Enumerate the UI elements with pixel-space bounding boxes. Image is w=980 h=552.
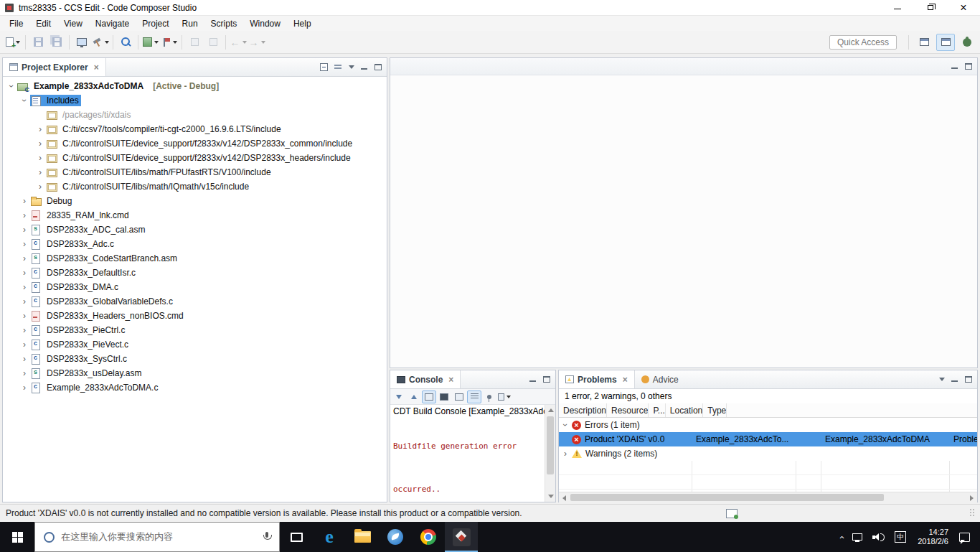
tree-item-include-path[interactable]: C:/ti/controlSUITE/device_support/f2833x… [3, 151, 387, 165]
chevron-right-icon[interactable] [19, 325, 30, 335]
tree-item-file[interactable]: DSP2833x_Headers_nonBIOS.cmd [3, 309, 387, 323]
ccs-edit-perspective-button[interactable] [936, 34, 955, 51]
chevron-right-icon[interactable] [19, 196, 30, 206]
chrome-app-button[interactable] [412, 522, 445, 552]
microphone-icon[interactable] [263, 532, 270, 542]
quick-access-button[interactable]: Quick Access [829, 35, 897, 50]
scrollbar-thumb[interactable] [547, 416, 554, 474]
chevron-expanded-icon[interactable] [19, 95, 29, 106]
tree-item-file[interactable]: DSP2833x_GlobalVariableDefs.c [3, 294, 387, 309]
back-button[interactable]: ← [230, 34, 247, 51]
maximize-panel-icon[interactable] [965, 376, 972, 383]
scroll-to-top-button[interactable] [407, 390, 421, 403]
maximize-editor-icon[interactable] [965, 63, 972, 70]
build-button[interactable] [92, 34, 109, 51]
tree-item-file[interactable]: DSP2833x_CodeStartBranch.asm [3, 251, 387, 266]
menu-item[interactable]: Run [176, 17, 204, 30]
resize-grip[interactable] [970, 509, 974, 518]
problems-column-header[interactable]: Type [703, 403, 727, 417]
tree-item-file[interactable]: 28335_RAM_lnk.cmd [3, 208, 387, 223]
menu-item[interactable]: File [3, 17, 29, 30]
file-explorer-button[interactable] [346, 522, 379, 552]
hidden-icons-button[interactable] [834, 522, 847, 552]
clear-console-button[interactable] [437, 390, 451, 403]
show-on-output-button[interactable] [422, 390, 436, 403]
save-button[interactable] [29, 34, 47, 51]
view-menu-icon[interactable] [939, 378, 945, 381]
tree-item-include-path[interactable]: C:/ti/controlSUITE/libs/math/IQmath/v15c… [3, 179, 387, 194]
scroll-right-arrow[interactable] [966, 492, 977, 502]
tab-close-icon[interactable] [94, 63, 99, 72]
problems-error-row[interactable]: Product 'XDAIS' v0.0 Example_2833xAdcTo.… [559, 432, 977, 446]
tree-item-file[interactable]: DSP2833x_SysCtrl.c [3, 352, 387, 366]
problems-errors-group-row[interactable]: Errors (1 item) [559, 418, 977, 432]
new-target-config-button[interactable] [142, 34, 159, 51]
minimize-panel-icon[interactable] [529, 376, 537, 383]
close-button[interactable] [947, 0, 980, 16]
tree-item-file[interactable]: DSP2833x_DMA.c [3, 280, 387, 294]
start-button[interactable] [0, 522, 34, 552]
chevron-right-icon[interactable] [19, 210, 30, 220]
network-tray-button[interactable] [847, 522, 867, 552]
minimize-panel-icon[interactable] [951, 376, 958, 383]
tab-problems[interactable]: Problems [559, 370, 635, 388]
menu-item[interactable]: Edit [29, 17, 57, 30]
minimize-editor-icon[interactable] [951, 63, 958, 70]
new-file-button[interactable] [4, 34, 22, 51]
tree-item-include-path[interactable]: C:/ti/controlSUITE/libs/math/FPUfastRTS/… [3, 165, 387, 179]
tree-item-file[interactable]: DSP2833x_Adc.c [3, 237, 387, 251]
chevron-right-icon[interactable] [34, 167, 46, 177]
action-center-icon[interactable] [959, 533, 970, 542]
chevron-right-icon[interactable] [19, 311, 30, 321]
chevron-right-icon[interactable] [34, 139, 46, 149]
minimize-button[interactable] [881, 0, 914, 16]
tab-advice[interactable]: Advice [635, 370, 685, 388]
problems-horizontal-scrollbar[interactable] [559, 492, 977, 502]
chevron-right-icon[interactable] [19, 296, 30, 307]
problems-warnings-group-row[interactable]: Warnings (2 items) [559, 446, 977, 461]
tab-close-icon[interactable] [448, 375, 453, 384]
tab-close-icon[interactable] [623, 375, 628, 384]
launch-flag-button[interactable] [161, 34, 178, 51]
chevron-right-icon[interactable] [19, 354, 30, 364]
menu-item[interactable]: Help [287, 17, 318, 30]
chevron-expanded-icon[interactable] [6, 80, 17, 92]
menu-item[interactable]: Project [136, 17, 175, 30]
tab-project-explorer[interactable]: Project Explorer [3, 58, 106, 76]
open-console-button[interactable] [497, 390, 512, 403]
view-console-button[interactable] [73, 34, 90, 51]
link-with-editor-icon[interactable] [334, 63, 342, 71]
status-indicator-icon[interactable] [726, 509, 738, 518]
collapse-all-icon[interactable] [320, 63, 328, 71]
menu-item[interactable]: Window [243, 17, 287, 30]
menu-item[interactable]: Scripts [204, 17, 244, 30]
chevron-right-icon[interactable] [19, 225, 30, 235]
menu-item[interactable]: Navigate [89, 17, 136, 30]
chevron-right-icon[interactable] [19, 282, 30, 292]
chevron-right-icon[interactable] [19, 340, 30, 350]
scrollbar-thumb[interactable] [570, 494, 884, 501]
pin-console-button[interactable] [482, 390, 496, 403]
problems-column-header[interactable]: Location [666, 403, 703, 417]
ccs-app-button[interactable] [445, 522, 478, 552]
scroll-down-arrow[interactable] [545, 491, 555, 502]
forward-button[interactable]: → [248, 34, 265, 51]
scroll-lock-button[interactable] [452, 390, 466, 403]
ime-indicator[interactable]: 中 [890, 522, 911, 552]
taskbar-search-box[interactable]: 在这里输入你要搜索的内容 [34, 522, 280, 552]
tree-item-file[interactable]: Debug [3, 194, 387, 208]
tab-console[interactable]: Console [390, 370, 461, 388]
chevron-right-icon[interactable] [19, 239, 30, 249]
chevron-right-icon[interactable] [34, 153, 46, 163]
tree-item-include-path[interactable]: /packages/ti/xdais [3, 108, 387, 122]
tree-item-includes[interactable]: Includes [3, 93, 387, 108]
problems-column-header[interactable]: Resource [607, 403, 649, 417]
volume-tray-button[interactable] [867, 522, 890, 552]
word-wrap-button[interactable] [467, 390, 481, 403]
maximize-panel-icon[interactable] [374, 64, 382, 70]
chevron-right-icon[interactable] [19, 268, 30, 278]
problems-column-header[interactable]: P... [649, 403, 665, 417]
tree-item-file[interactable]: DSP2833x_ADC_cal.asm [3, 223, 387, 237]
chevron-right-icon[interactable] [34, 124, 46, 134]
restore-button[interactable] [914, 0, 947, 16]
